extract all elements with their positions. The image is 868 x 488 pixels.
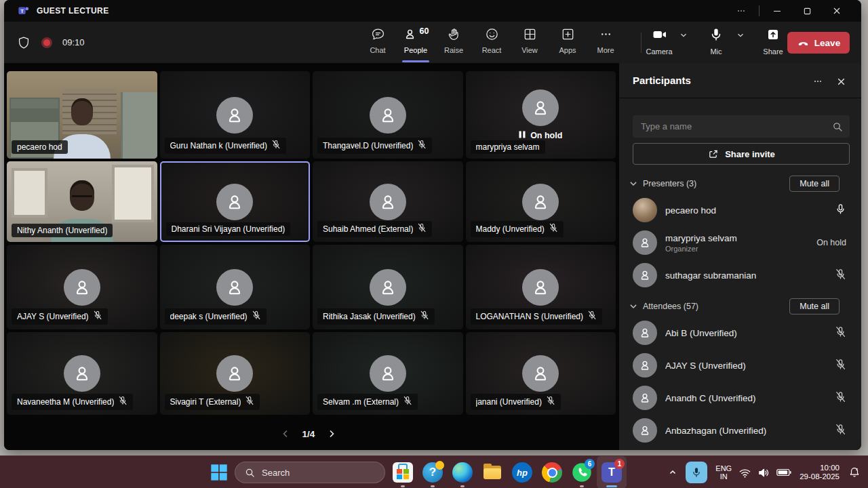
participant-row[interactable]: Anbazhagan (Unverified) (619, 414, 861, 447)
participant-row[interactable]: pecaero hod (619, 194, 861, 226)
minimize-button[interactable] (762, 0, 792, 22)
participant-tile[interactable]: pecaero hod (7, 71, 157, 159)
toolbar-button-view[interactable]: View (511, 26, 549, 60)
avatar (633, 198, 657, 222)
maximize-button[interactable] (792, 0, 822, 22)
microsoft-store-icon (393, 462, 413, 483)
language-indicator[interactable]: ENG IN (715, 464, 732, 481)
participant-row[interactable]: marypriya selvamOrganizerOn hold (619, 226, 861, 259)
participant-name: suthagar subramanian (665, 270, 756, 281)
participant-row[interactable]: Anandh C (Unverified) (619, 382, 861, 414)
section-header[interactable]: Presenters (3)Mute all (619, 174, 861, 193)
recording-indicator (41, 37, 52, 48)
system-icons[interactable] (738, 466, 791, 479)
mic-dropdown-chevron[interactable] (734, 26, 747, 44)
tray-overflow-chevron[interactable] (664, 468, 682, 476)
participant-tile[interactable]: On holdmarypriya selvam (466, 71, 616, 159)
participant-tile[interactable]: Suhaib Ahmed (External) (313, 161, 463, 242)
taskbar-app-help[interactable]: ? (418, 456, 448, 488)
toolbar-button-people[interactable]: 60People (397, 26, 435, 60)
taskbar-app-teams[interactable]: T1 (597, 456, 627, 488)
participant-tile[interactable]: Selvam .m (External) (313, 332, 463, 415)
previous-page-button[interactable] (279, 428, 292, 440)
leave-button[interactable]: Leave (787, 32, 850, 54)
participant-tile[interactable]: janani (Unverified) (466, 332, 616, 415)
taskbar-app-whatsapp[interactable]: 6 (567, 456, 597, 488)
mic-button[interactable]: Mic (698, 26, 734, 60)
toolbar-button-react[interactable]: React (473, 26, 511, 60)
panel-title: Participants (633, 75, 691, 86)
participant-tile[interactable]: Rithika Jasak (Unverified) (313, 245, 463, 329)
participant-tile[interactable]: Sivagiri T (External) (160, 332, 311, 415)
toolbar-button-label: Apps (559, 46, 576, 54)
muted-mic-icon[interactable] (835, 424, 846, 438)
toolbar-button-raise[interactable]: Raise (435, 26, 473, 60)
system-tray: ENG IN 10:00 29-08-2025 (664, 456, 868, 488)
mute-all-button[interactable]: Mute all (789, 298, 840, 314)
muted-mic-icon (118, 396, 127, 408)
section-label: Attendees (57) (643, 302, 698, 311)
taskbar-app-chrome[interactable] (537, 456, 567, 488)
notification-bell-icon[interactable]: z (846, 466, 863, 479)
panel-more-button[interactable] (809, 74, 827, 89)
taskbar-app-folder[interactable] (477, 456, 507, 488)
muted-mic-icon[interactable] (835, 268, 846, 283)
participant-tile[interactable]: Dharani Sri Vijayan (Unverified) (160, 161, 311, 242)
share-invite-button[interactable]: Share invite (633, 143, 850, 165)
security-shield-icon[interactable] (16, 35, 31, 50)
section-header[interactable]: Attendees (57)Mute all (619, 297, 861, 316)
taskbar-app-hp[interactable]: hp (507, 456, 537, 488)
panel-close-button[interactable] (832, 74, 850, 89)
participant-row[interactable]: suthagar subramanian (619, 259, 861, 291)
window-title: GUEST LECTURE (37, 6, 109, 16)
participant-name: Navaneetha M (Unverified) (17, 397, 114, 407)
muted-mic-icon[interactable] (835, 326, 846, 340)
avatar (633, 263, 657, 287)
taskbar-app-store[interactable] (388, 456, 418, 488)
toolbar-button-chat[interactable]: Chat (359, 26, 397, 60)
tile-name-label: deepak s (Unverified) (165, 308, 267, 325)
share-button[interactable]: Share (755, 26, 791, 60)
tray-date: 29-08-2025 (800, 472, 840, 481)
participant-tile[interactable]: Thangavel.D (Unverified) (313, 71, 463, 159)
window-more-button[interactable] (726, 0, 756, 22)
muted-mic-icon (546, 396, 555, 408)
mic-on-icon[interactable] (835, 203, 846, 218)
participant-tile[interactable]: Maddy (Unverified) (466, 161, 616, 242)
react-icon (484, 26, 500, 44)
search-input[interactable] (641, 121, 832, 131)
avatar (64, 269, 100, 306)
next-page-button[interactable] (326, 428, 338, 440)
participant-name: AJAY S (Unverified) (665, 361, 746, 371)
taskbar-app-edge[interactable] (448, 456, 477, 488)
tray-microphone-button[interactable] (686, 462, 707, 483)
participants-list: Presenters (3)Mute allpecaero hodmarypri… (619, 174, 861, 447)
toolbar-button-apps[interactable]: Apps (549, 26, 587, 60)
participant-row[interactable]: Abi B (Unverified) (619, 317, 861, 349)
participant-tile[interactable]: Nithy Ananth (Unverified) (7, 161, 157, 242)
muted-mic-icon[interactable] (835, 391, 846, 405)
on-hold-status: On hold (816, 238, 846, 247)
clock[interactable]: 10:00 29-08-2025 (800, 464, 840, 481)
participant-row[interactable]: AJAY S (Unverified) (619, 349, 861, 382)
participant-tile[interactable]: Guru Nathan k (Unverified) (160, 71, 311, 159)
participant-tile[interactable]: deepak s (Unverified) (160, 245, 311, 329)
mute-all-button[interactable]: Mute all (789, 176, 840, 192)
start-button[interactable] (210, 464, 228, 481)
muted-mic-icon (271, 140, 281, 152)
participant-name: pecaero hod (17, 142, 62, 152)
taskbar-search[interactable]: Search (235, 462, 385, 483)
toolbar-button-more[interactable]: More (587, 26, 625, 60)
participant-tile[interactable]: LOGANATHAN S (Unverified) (466, 245, 616, 329)
camera-dropdown-chevron[interactable] (677, 26, 690, 44)
participant-tile[interactable]: AJAY S (Unverified) (7, 245, 157, 329)
tile-name-label: Dharani Sri Vijayan (Unverified) (166, 222, 291, 236)
tile-name-label: Thangavel.D (Unverified) (317, 138, 432, 154)
muted-mic-icon[interactable] (835, 359, 846, 373)
camera-button[interactable]: Camera (642, 26, 677, 60)
tile-name-label: Suhaib Ahmed (External) (317, 221, 432, 237)
participant-tile[interactable]: Navaneetha M (Unverified) (7, 332, 157, 415)
close-button[interactable] (822, 0, 852, 22)
device-buttons: CameraMicShare (642, 26, 791, 60)
toolbar-button-label: More (597, 46, 614, 54)
